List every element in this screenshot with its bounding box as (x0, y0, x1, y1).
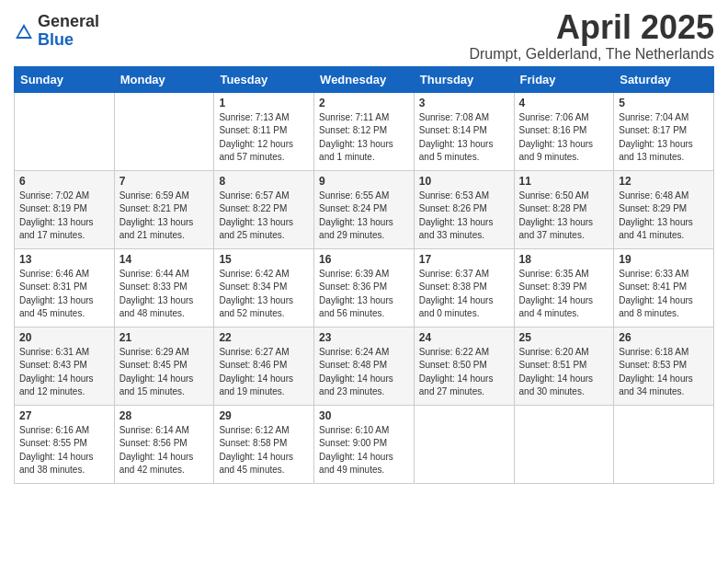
calendar-table: SundayMondayTuesdayWednesdayThursdayFrid… (14, 66, 714, 484)
day-info: Sunrise: 6:12 AM Sunset: 8:58 PM Dayligh… (219, 424, 309, 477)
day-number: 27 (19, 409, 109, 422)
calendar-cell: 10Sunrise: 6:53 AM Sunset: 8:26 PM Dayli… (414, 170, 514, 248)
title-block: April 2025 Drumpt, Gelderland, The Nethe… (469, 9, 714, 63)
calendar-cell: 7Sunrise: 6:59 AM Sunset: 8:21 PM Daylig… (114, 170, 214, 248)
day-number: 15 (219, 253, 309, 266)
calendar-cell: 25Sunrise: 6:20 AM Sunset: 8:51 PM Dayli… (514, 327, 614, 405)
day-number: 18 (519, 253, 609, 266)
day-number: 21 (119, 331, 210, 344)
day-info: Sunrise: 6:57 AM Sunset: 8:22 PM Dayligh… (219, 190, 309, 243)
day-info: Sunrise: 6:18 AM Sunset: 8:53 PM Dayligh… (619, 346, 709, 399)
calendar-cell: 29Sunrise: 6:12 AM Sunset: 8:58 PM Dayli… (214, 405, 314, 483)
day-number: 25 (519, 331, 609, 344)
day-info: Sunrise: 6:29 AM Sunset: 8:45 PM Dayligh… (119, 346, 210, 399)
month-title: April 2025 (469, 9, 714, 46)
day-info: Sunrise: 6:35 AM Sunset: 8:39 PM Dayligh… (519, 268, 609, 321)
weekday-header-tuesday: Tuesday (214, 66, 314, 92)
day-number: 14 (119, 253, 210, 266)
calendar-cell: 22Sunrise: 6:27 AM Sunset: 8:46 PM Dayli… (214, 327, 314, 405)
header: General Blue April 2025 Drumpt, Gelderla… (14, 9, 714, 63)
calendar-cell: 2Sunrise: 7:11 AM Sunset: 8:12 PM Daylig… (314, 92, 415, 170)
day-number: 22 (219, 331, 309, 344)
calendar-cell: 30Sunrise: 6:10 AM Sunset: 9:00 PM Dayli… (314, 405, 415, 483)
day-number: 30 (319, 409, 409, 422)
day-number: 28 (119, 409, 210, 422)
day-number: 6 (19, 175, 109, 188)
calendar-cell: 11Sunrise: 6:50 AM Sunset: 8:28 PM Dayli… (514, 170, 614, 248)
calendar-cell: 27Sunrise: 6:16 AM Sunset: 8:55 PM Dayli… (15, 405, 115, 483)
day-info: Sunrise: 7:04 AM Sunset: 8:17 PM Dayligh… (619, 111, 709, 165)
calendar-cell (414, 405, 514, 483)
weekday-header-monday: Monday (114, 66, 214, 92)
calendar-cell (114, 92, 214, 170)
day-number: 11 (519, 175, 609, 188)
calendar-cell: 28Sunrise: 6:14 AM Sunset: 8:56 PM Dayli… (114, 405, 214, 483)
weekday-header-wednesday: Wednesday (314, 66, 415, 92)
day-number: 16 (319, 253, 409, 266)
calendar-cell: 21Sunrise: 6:29 AM Sunset: 8:45 PM Dayli… (114, 327, 214, 405)
day-number: 8 (219, 175, 309, 188)
day-info: Sunrise: 6:22 AM Sunset: 8:50 PM Dayligh… (419, 346, 509, 399)
calendar-cell (514, 405, 614, 483)
weekday-header-friday: Friday (514, 66, 614, 92)
day-number: 9 (319, 175, 409, 188)
day-info: Sunrise: 7:08 AM Sunset: 8:14 PM Dayligh… (419, 111, 509, 165)
day-info: Sunrise: 6:48 AM Sunset: 8:29 PM Dayligh… (619, 190, 709, 243)
day-number: 26 (619, 331, 709, 344)
calendar-cell: 20Sunrise: 6:31 AM Sunset: 8:43 PM Dayli… (15, 327, 115, 405)
day-info: Sunrise: 6:59 AM Sunset: 8:21 PM Dayligh… (119, 190, 210, 243)
logo-general-text: General (38, 13, 99, 31)
calendar-header-row: SundayMondayTuesdayWednesdayThursdayFrid… (15, 66, 714, 92)
day-number: 7 (119, 175, 210, 188)
day-info: Sunrise: 6:46 AM Sunset: 8:31 PM Dayligh… (19, 268, 109, 321)
day-info: Sunrise: 6:20 AM Sunset: 8:51 PM Dayligh… (519, 346, 609, 399)
calendar-cell: 16Sunrise: 6:39 AM Sunset: 8:36 PM Dayli… (314, 248, 415, 327)
day-info: Sunrise: 7:02 AM Sunset: 8:19 PM Dayligh… (19, 190, 109, 243)
calendar-cell: 19Sunrise: 6:33 AM Sunset: 8:41 PM Dayli… (614, 248, 714, 327)
day-info: Sunrise: 6:50 AM Sunset: 8:28 PM Dayligh… (519, 190, 609, 243)
day-info: Sunrise: 7:13 AM Sunset: 8:11 PM Dayligh… (219, 111, 309, 165)
day-number: 17 (419, 253, 509, 266)
logo-icon (14, 22, 34, 42)
day-number: 4 (519, 97, 609, 109)
weekday-header-sunday: Sunday (15, 66, 115, 92)
day-number: 2 (319, 97, 409, 109)
day-number: 23 (319, 331, 409, 344)
calendar-cell: 13Sunrise: 6:46 AM Sunset: 8:31 PM Dayli… (15, 248, 115, 327)
day-info: Sunrise: 6:27 AM Sunset: 8:46 PM Dayligh… (219, 346, 309, 399)
calendar-cell (15, 92, 115, 170)
calendar-cell: 14Sunrise: 6:44 AM Sunset: 8:33 PM Dayli… (114, 248, 214, 327)
day-info: Sunrise: 6:39 AM Sunset: 8:36 PM Dayligh… (319, 268, 409, 321)
calendar-cell: 18Sunrise: 6:35 AM Sunset: 8:39 PM Dayli… (514, 248, 614, 327)
day-number: 5 (619, 97, 709, 109)
calendar-cell: 5Sunrise: 7:04 AM Sunset: 8:17 PM Daylig… (614, 92, 714, 170)
weekday-header-thursday: Thursday (414, 66, 514, 92)
calendar-cell: 9Sunrise: 6:55 AM Sunset: 8:24 PM Daylig… (314, 170, 415, 248)
calendar-week-4: 20Sunrise: 6:31 AM Sunset: 8:43 PM Dayli… (15, 327, 714, 405)
day-info: Sunrise: 6:24 AM Sunset: 8:48 PM Dayligh… (319, 346, 409, 399)
calendar-cell: 17Sunrise: 6:37 AM Sunset: 8:38 PM Dayli… (414, 248, 514, 327)
calendar-week-2: 6Sunrise: 7:02 AM Sunset: 8:19 PM Daylig… (15, 170, 714, 248)
location-title: Drumpt, Gelderland, The Netherlands (469, 46, 714, 63)
logo-blue-text: Blue (38, 31, 99, 50)
day-number: 3 (419, 97, 509, 109)
calendar-cell: 15Sunrise: 6:42 AM Sunset: 8:34 PM Dayli… (214, 248, 314, 327)
calendar-cell: 4Sunrise: 7:06 AM Sunset: 8:16 PM Daylig… (514, 92, 614, 170)
day-number: 24 (419, 331, 509, 344)
calendar-cell: 6Sunrise: 7:02 AM Sunset: 8:19 PM Daylig… (15, 170, 115, 248)
calendar-cell: 3Sunrise: 7:08 AM Sunset: 8:14 PM Daylig… (414, 92, 514, 170)
day-info: Sunrise: 7:11 AM Sunset: 8:12 PM Dayligh… (319, 111, 409, 165)
day-info: Sunrise: 6:16 AM Sunset: 8:55 PM Dayligh… (19, 424, 109, 477)
logo: General Blue (14, 13, 99, 50)
day-number: 1 (219, 97, 309, 109)
day-info: Sunrise: 6:53 AM Sunset: 8:26 PM Dayligh… (419, 190, 509, 243)
calendar-cell: 24Sunrise: 6:22 AM Sunset: 8:50 PM Dayli… (414, 327, 514, 405)
day-info: Sunrise: 6:37 AM Sunset: 8:38 PM Dayligh… (419, 268, 509, 321)
day-info: Sunrise: 6:44 AM Sunset: 8:33 PM Dayligh… (119, 268, 210, 321)
calendar-week-5: 27Sunrise: 6:16 AM Sunset: 8:55 PM Dayli… (15, 405, 714, 483)
weekday-header-saturday: Saturday (614, 66, 714, 92)
page-container: General Blue April 2025 Drumpt, Gelderla… (0, 0, 728, 498)
calendar-week-3: 13Sunrise: 6:46 AM Sunset: 8:31 PM Dayli… (15, 248, 714, 327)
day-info: Sunrise: 6:14 AM Sunset: 8:56 PM Dayligh… (119, 424, 210, 477)
calendar-cell: 12Sunrise: 6:48 AM Sunset: 8:29 PM Dayli… (614, 170, 714, 248)
